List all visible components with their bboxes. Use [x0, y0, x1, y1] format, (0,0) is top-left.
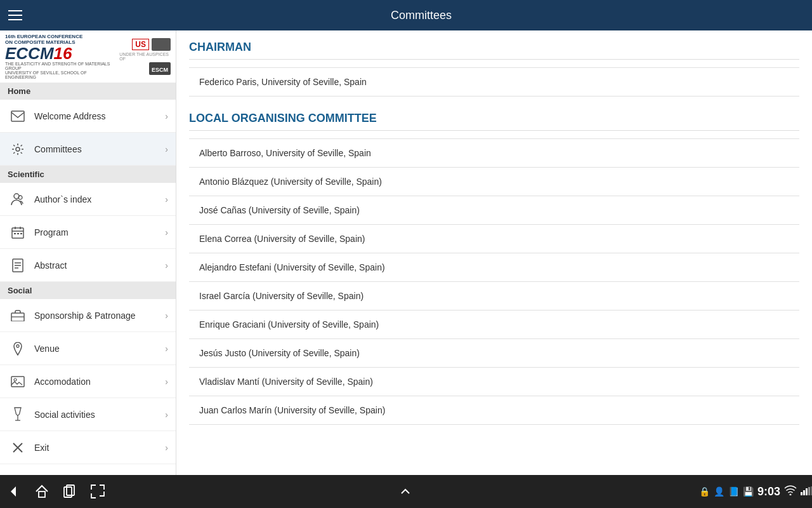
- main-layout: 16th EUROPEAN CONFERENCEON COMPOSITE MAT…: [0, 30, 812, 475]
- section-label-home: Home: [0, 83, 176, 100]
- eccm-logo: 16th EUROPEAN CONFERENCEON COMPOSITE MAT…: [5, 34, 115, 79]
- back-button[interactable]: [0, 478, 28, 505]
- home-button[interactable]: [28, 478, 56, 505]
- sidebar-item-label: Exit: [34, 443, 165, 453]
- eccm-sub-label: THE ELASTICITY AND STRENGTH OF MATERIALS…: [5, 62, 115, 79]
- svg-rect-13: [39, 491, 45, 497]
- svg-rect-20: [808, 487, 810, 495]
- sidebar-item-accomodation[interactable]: Accomodation ›: [0, 365, 176, 398]
- svg-rect-6: [17, 233, 19, 234]
- chairman-section: CHAIRMAN Federico Paris, University of S…: [189, 41, 799, 97]
- chevron-right-icon: ›: [165, 410, 168, 420]
- sidebar-item-exit[interactable]: Exit ›: [0, 431, 176, 464]
- sidebar-item-label: Program: [34, 227, 165, 237]
- document-icon: [8, 255, 28, 276]
- hamburger-icon: [8, 10, 22, 20]
- person-icon: [8, 189, 28, 210]
- briefcase-icon: [8, 305, 28, 326]
- committee-item: Alejandro Estefani (University of Sevill…: [189, 253, 799, 282]
- svg-point-1: [16, 147, 20, 151]
- chevron-right-icon: ›: [165, 227, 168, 237]
- committee-item: Alberto Barroso, University of Seville, …: [189, 138, 799, 168]
- sidebar-item-abstract[interactable]: Abstract ›: [0, 249, 176, 282]
- committee-item: José Cañas (University of Seville, Spain…: [189, 196, 799, 225]
- content-area: CHAIRMAN Federico Paris, University of S…: [176, 30, 812, 475]
- under-auspices-label: UNDER THE AUSPICES OF: [119, 52, 171, 61]
- sidebar-item-program[interactable]: Program ›: [0, 216, 176, 249]
- sidebar-item-welcome-address[interactable]: Welcome Address ›: [0, 100, 176, 133]
- committee-item: Vladislav Mantí (University of Seville, …: [189, 368, 799, 396]
- eccm-main-logo: ECCM16: [5, 45, 115, 62]
- committee-item: Israel García (University of Seville, Sp…: [189, 282, 799, 311]
- committee-item: Elena Correa (University of Seville, Spa…: [189, 225, 799, 253]
- clock-display: 9:03: [757, 485, 780, 498]
- close-icon: [8, 438, 28, 458]
- local-committee-section: LOCAL ORGANISING COMMITTEE Alberto Barro…: [189, 112, 799, 425]
- us-logo: US: [132, 39, 149, 50]
- escm-logo: [152, 38, 171, 51]
- signal-icon: [801, 486, 812, 497]
- chairman-title: CHAIRMAN: [189, 41, 799, 60]
- up-button[interactable]: [391, 478, 419, 505]
- chairman-item: Federico Paris, University of Seville, S…: [189, 67, 799, 97]
- chevron-right-icon: ›: [165, 194, 168, 204]
- sidebar-item-label: Committees: [34, 144, 165, 154]
- svg-rect-19: [806, 488, 808, 495]
- section-label-scientific: Scientific: [0, 166, 176, 183]
- local-committee-list: Alberto Barroso, University of Seville, …: [189, 138, 799, 425]
- lock-icon: 🔒: [699, 486, 710, 497]
- sidebar-item-label: Author`s index: [34, 194, 165, 204]
- sidebar-item-venue[interactable]: Venue ›: [0, 332, 176, 365]
- svg-rect-5: [14, 233, 16, 234]
- sidebar-item-sponsorship[interactable]: Sponsorship & Patronage ›: [0, 299, 176, 332]
- chevron-right-icon: ›: [165, 311, 168, 321]
- committee-item: Juan Carlos Marín (University of Seville…: [189, 396, 799, 425]
- svg-point-10: [16, 345, 19, 347]
- committee-item: Enrique Graciani (University of Seville,…: [189, 311, 799, 339]
- svg-rect-11: [11, 377, 24, 387]
- chevron-right-icon: ›: [165, 111, 168, 121]
- page-title: Committees: [30, 9, 812, 22]
- svg-rect-7: [20, 233, 22, 234]
- local-committee-title: LOCAL ORGANISING COMMITTEE: [189, 112, 799, 131]
- chevron-right-icon: ›: [165, 344, 168, 354]
- svg-rect-0: [11, 111, 24, 121]
- sidebar-item-label: Accomodation: [34, 377, 165, 387]
- gear-icon: [8, 139, 28, 159]
- sidebar-item-label: Welcome Address: [34, 111, 165, 121]
- location-icon: [8, 338, 28, 359]
- user-icon: 👤: [714, 486, 724, 497]
- bottom-bar: 🔒 👤 📘 💾 9:03: [0, 475, 812, 508]
- fullscreen-button[interactable]: [84, 478, 112, 505]
- right-logos: US UNDER THE AUSPICES OF ESCM: [119, 38, 171, 75]
- chevron-right-icon: ›: [165, 443, 168, 453]
- sidebar-item-label: Social activities: [34, 410, 165, 420]
- section-label-social: Social: [0, 282, 176, 299]
- sidebar: 16th EUROPEAN CONFERENCEON COMPOSITE MAT…: [0, 30, 176, 475]
- committee-item: Jesús Justo (University of Seville, Spai…: [189, 339, 799, 368]
- sidebar-item-author-index[interactable]: Author`s index ›: [0, 183, 176, 216]
- menu-button[interactable]: [0, 0, 30, 30]
- chairman-list: Federico Paris, University of Seville, S…: [189, 67, 799, 97]
- sidebar-item-committees[interactable]: Committees ›: [0, 133, 176, 166]
- sidebar-item-label: Abstract: [34, 260, 165, 271]
- svg-point-12: [14, 378, 16, 381]
- envelope-icon: [8, 106, 28, 126]
- save-icon: 💾: [743, 486, 754, 497]
- wine-icon: [8, 404, 28, 425]
- app-logo: 16th EUROPEAN CONFERENCEON COMPOSITE MAT…: [0, 30, 176, 83]
- sidebar-item-social-activities[interactable]: Social activities ›: [0, 398, 176, 431]
- status-icons: 🔒 👤 📘 💾 9:03: [699, 485, 812, 498]
- sidebar-item-label: Venue: [34, 344, 165, 354]
- escm-badge: ESCM: [149, 62, 171, 75]
- committee-item: Antonio Blázquez (University of Seville,…: [189, 168, 799, 196]
- recents-button[interactable]: [56, 478, 84, 505]
- chevron-right-icon: ›: [165, 260, 168, 271]
- picture-icon: [8, 371, 28, 392]
- top-bar: Committees: [0, 0, 812, 30]
- calendar-icon: [8, 222, 28, 243]
- svg-point-16: [790, 494, 792, 496]
- svg-rect-18: [803, 490, 805, 495]
- sidebar-item-label: Sponsorship & Patronage: [34, 311, 165, 321]
- svg-rect-17: [801, 492, 802, 495]
